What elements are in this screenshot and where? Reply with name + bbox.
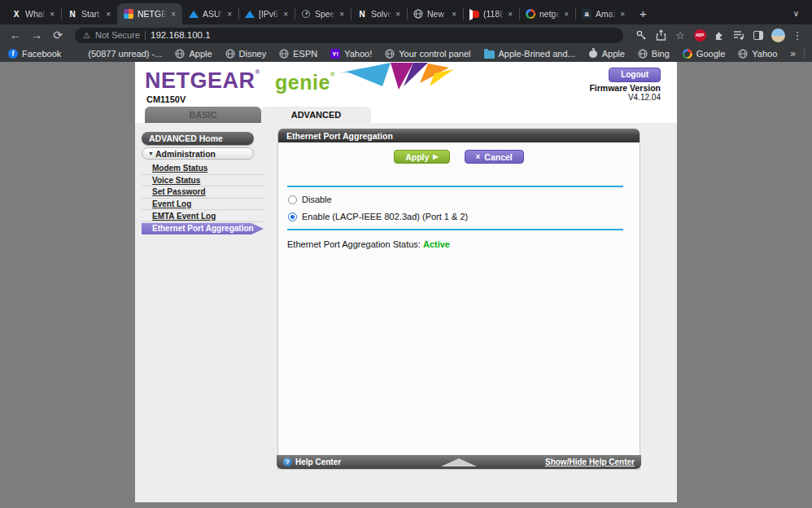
logout-button[interactable]: Logout — [609, 68, 661, 82]
tab-close-icon[interactable]: × — [395, 10, 400, 19]
sidebar-advanced-home[interactable]: ADVANCED Home — [142, 132, 254, 145]
help-center-label: Help Center — [295, 458, 341, 466]
tab-label: ASUS Wir — [203, 9, 223, 19]
bookmark-apple-site[interactable]: Apple — [588, 49, 625, 59]
browser-menu-icon[interactable]: ⋮ — [789, 27, 805, 43]
tab-close-icon[interactable]: × — [50, 10, 55, 19]
tab-label: NETGEAR — [138, 9, 167, 19]
tab-close-icon[interactable]: × — [106, 10, 111, 19]
reload-icon[interactable]: ⟳ — [49, 28, 67, 42]
radio-unchecked-icon[interactable] — [288, 195, 297, 204]
bookmark-facebook[interactable]: f Facebook — [8, 49, 61, 59]
bookmark-disney[interactable]: Disney — [225, 49, 267, 59]
tab-what-is-ip[interactable]: X What Is I × — [5, 3, 61, 24]
bookmark-espn[interactable]: ESPN — [279, 49, 317, 59]
tab-close-icon[interactable]: × — [508, 10, 513, 19]
bookmark-apple[interactable]: Apple — [175, 49, 212, 59]
tab-netgear-active[interactable]: NETGEAR × — [117, 3, 182, 24]
playlist-icon[interactable] — [731, 27, 747, 43]
security-label[interactable]: Not Secure — [95, 30, 140, 40]
browser-window: X What Is I × N Start a Ne × NETGEAR × A… — [0, 0, 812, 62]
expand-arrow-icon[interactable] — [441, 458, 477, 466]
cancel-button[interactable]: × Cancel — [465, 150, 524, 164]
content-area: ADVANCED Home ▼ Administration Modem Sta… — [135, 123, 677, 502]
tab-label: Start a Ne — [81, 9, 102, 19]
aggregation-status: Ethernet Port Aggregation Status: Active — [287, 239, 640, 249]
share-icon[interactable] — [653, 27, 669, 43]
bookmark-apple-brined-folder[interactable]: Apple-Brined and... — [484, 49, 575, 59]
status-badge: Active — [423, 239, 450, 249]
not-secure-warning-icon: ⚠ — [83, 31, 90, 40]
extensions-puzzle-icon[interactable] — [711, 27, 727, 43]
bookmark-star-icon[interactable]: ☆ — [672, 27, 688, 43]
forward-icon[interactable]: → — [28, 28, 46, 42]
aol-mail-icon — [74, 49, 84, 59]
bookmark-yahoo-2[interactable]: Yahoo — [738, 49, 777, 59]
tab-close-icon[interactable]: × — [227, 10, 232, 19]
profile-avatar[interactable] — [770, 27, 786, 43]
panel-title: Ethernet Port Aggregation — [278, 129, 640, 142]
radio-checked-icon[interactable] — [288, 212, 297, 221]
apply-button[interactable]: Apply ▶ — [394, 150, 449, 164]
url-text[interactable]: 192.168.100.1 — [151, 30, 211, 40]
bookmark-label: Apple — [189, 49, 212, 59]
bookmarks-overflow-chevron[interactable]: » — [790, 48, 796, 59]
sidebar-section-administration[interactable]: ▼ Administration — [142, 147, 254, 160]
sidebar-item-set-password[interactable]: Set Password — [142, 186, 264, 199]
tab-list-chevron-icon[interactable]: ∨ — [793, 9, 799, 18]
bookmark-yahoo[interactable]: Y! Yahoo! — [330, 49, 372, 59]
tab-amazon[interactable]: a Amazon.c × — [575, 3, 631, 24]
genie-banner-artwork — [340, 62, 456, 91]
section-label: Administration — [155, 149, 216, 159]
tab-ipv6-how[interactable]: [IPv6] Ho × — [238, 3, 295, 24]
sidebar-item-emta-event-log[interactable]: EMTA Event Log — [142, 210, 264, 222]
bookmark-label: Bing — [652, 49, 670, 59]
adblock-extension-icon[interactable]: ABP — [692, 27, 708, 43]
show-hide-help-center-link[interactable]: Show/Hide Help Center — [545, 458, 635, 466]
tab-start-a-new[interactable]: N Start a Ne × — [61, 3, 117, 24]
tab-strip: X What Is I × N Start a Ne × NETGEAR × A… — [0, 0, 812, 24]
sidebar-item-voice-status[interactable]: Voice Status — [142, 175, 264, 187]
tab-new-tab[interactable]: New Tab × — [407, 3, 463, 24]
apple-icon — [588, 49, 598, 59]
google-icon — [683, 49, 692, 59]
sidebar-menu: Modem Status Voice Status Set Password E… — [142, 163, 264, 234]
bookmark-bing[interactable]: Bing — [638, 49, 670, 59]
globe-icon — [738, 49, 748, 59]
tab-label: netgearc — [539, 9, 560, 19]
back-icon[interactable]: ← — [7, 28, 24, 42]
tab-youtube[interactable]: (1188) As × — [463, 3, 519, 24]
firmware-value: V4.12.04 — [589, 93, 661, 102]
tab-asus-wireless[interactable]: ASUS Wir × — [182, 3, 238, 24]
side-panel-icon[interactable] — [750, 27, 766, 43]
tab-close-icon[interactable]: × — [564, 10, 569, 19]
tab-solved[interactable]: N Solved: U × — [351, 3, 407, 24]
tab-close-icon[interactable]: × — [620, 10, 625, 19]
play-arrow-icon: ▶ — [433, 153, 438, 160]
globe-icon — [638, 49, 648, 59]
tab-close-icon[interactable]: × — [171, 10, 176, 19]
radio-option-enable[interactable]: Enable (LACP-IEEE 802.3ad) (Port 1 & 2) — [288, 212, 640, 221]
bookmark-control-panel[interactable]: Your control panel — [385, 49, 470, 59]
bookmark-label: Apple-Brined and... — [499, 49, 575, 59]
address-bar[interactable]: ⚠ Not Secure 192.168.100.1 — [75, 28, 623, 43]
sidebar-item-modem-status[interactable]: Modem Status — [142, 163, 264, 175]
sidebar-item-event-log[interactable]: Event Log — [142, 199, 264, 211]
tab-close-icon[interactable]: × — [339, 10, 344, 19]
bookmark-label: Yahoo! — [344, 49, 372, 59]
tab-close-icon[interactable]: × — [452, 10, 456, 19]
tab-close-icon[interactable]: × — [283, 10, 288, 19]
tab-netgear-search[interactable]: netgearc × — [519, 3, 575, 24]
password-key-icon[interactable] — [633, 27, 649, 43]
bookmark-label: Facebook — [22, 49, 61, 59]
sidebar-item-ethernet-port-aggregation[interactable]: Ethernet Port Aggregation — [142, 223, 264, 234]
tab-basic[interactable]: BASIC — [145, 107, 261, 123]
page-tab-row: BASIC ADVANCED — [135, 107, 677, 123]
new-tab-button[interactable]: + — [640, 7, 647, 20]
bookmark-google[interactable]: Google — [683, 49, 725, 59]
tab-speedtest[interactable]: Speedtes × — [295, 3, 351, 24]
tab-advanced[interactable]: ADVANCED — [261, 107, 371, 123]
globe-icon — [385, 49, 395, 59]
radio-option-disable[interactable]: Disable — [288, 195, 640, 204]
bookmark-mail-unread[interactable]: (50877 unread) -... — [74, 49, 162, 59]
